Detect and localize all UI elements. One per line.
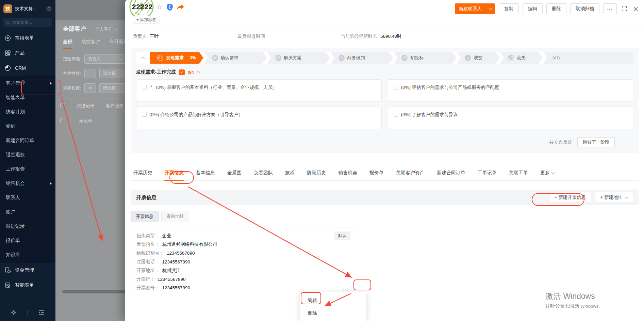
owner-value: 三叶: [150, 34, 159, 39]
sidebar-item-return-refund[interactable]: 退货退款: [0, 148, 55, 162]
checkbox[interactable]: [394, 85, 398, 90]
stage-label: 发现需求: [166, 55, 184, 61]
fund-icon: [5, 267, 11, 273]
chevron-down-icon: [551, 171, 555, 174]
subtab-invoice-info[interactable]: 开票信息: [131, 211, 159, 222]
stage-business-negotiation[interactable]: 04 商务谈判: [331, 52, 393, 64]
stage-label: 商务谈判: [347, 55, 365, 61]
tab-new-contract-order[interactable]: 新建合同订单: [436, 166, 466, 180]
sidebar-item-check-in[interactable]: 签到: [0, 119, 55, 133]
sidebar-item-label: 退货退款: [6, 152, 25, 158]
tab-basic-info[interactable]: 基本信息: [195, 166, 216, 180]
customer-meta-row: 负责人三叶 最后跟进时间 当前阶段停留时长5690.48时: [125, 29, 644, 43]
stage-solution[interactable]: 03 解决方案: [268, 52, 330, 64]
sidebar-item-products[interactable]: 产品: [0, 46, 55, 61]
sidebar-item-label: 新建合同订单: [6, 138, 34, 144]
menu-item-delete[interactable]: 删除: [300, 307, 366, 319]
sidebar-item-sales-opportunity[interactable]: 销售机会: [0, 176, 55, 191]
list-tab-today[interactable]: 今日新增: [109, 39, 125, 49]
horizontal-scrollbar[interactable]: [62, 290, 125, 293]
sidebar-item-quotation[interactable]: 报价单: [0, 234, 55, 248]
list-tab-closed[interactable]: 成交客户: [81, 39, 100, 49]
tab-work-order-records[interactable]: 工单记录: [477, 166, 497, 180]
sidebar-item-follow-records[interactable]: 跟进记录: [0, 219, 55, 234]
stage-won[interactable]: ✓ 成交: [457, 52, 499, 64]
sidebar-item-label: 跟进记录: [6, 223, 25, 229]
sidebar-item-new-contract-order[interactable]: 新建合同订单: [0, 133, 55, 148]
checklist-item-match-evaluation[interactable]: (0%) 评估客户的需求与公司产品或服务的匹配度: [388, 79, 633, 102]
stage-discover-demand[interactable]: 01 发现需求 3%: [150, 52, 203, 64]
new-invoice-info-button[interactable]: + 新建开票信息: [549, 192, 592, 203]
sidebar-item-visitor-plan[interactable]: 访客计划: [0, 105, 55, 119]
filter-nature-operator[interactable]: =: [84, 69, 96, 78]
field-label: 开票地址：: [136, 268, 160, 274]
copy-button[interactable]: 复制: [499, 3, 519, 14]
unarchive-button[interactable]: 取消归档: [570, 3, 599, 14]
gear-icon[interactable]: [11, 309, 17, 316]
subtab-shipping-address[interactable]: 寄送地址: [161, 211, 189, 222]
sidebar-item-work-report[interactable]: 工作报告: [0, 162, 55, 176]
checklist-item-understand-objection[interactable]: (0%) 了解客户的需求与异议: [388, 107, 633, 129]
sidebar-item-accounts[interactable]: 账户: [0, 205, 55, 219]
tab-related-work-orders[interactable]: 关联工单: [508, 166, 529, 180]
stage-bidding[interactable]: 05 招投标: [394, 52, 456, 64]
select-all-checkbox[interactable]: [60, 103, 65, 108]
star-favorite-icon[interactable]: ☆: [156, 3, 162, 11]
tab-related-assets[interactable]: 关联客户资产: [395, 166, 425, 180]
checkbox[interactable]: [142, 112, 147, 117]
more-actions-button[interactable]: ···: [603, 3, 617, 14]
close-icon[interactable]: [632, 5, 639, 13]
sidebar-item-fund-management[interactable]: 资金管理: [0, 263, 55, 278]
workspace-logo[interactable]: 技: [3, 4, 12, 13]
checklist-item-basic-info[interactable]: * (0%) 掌握客户的基本资料（行业、背景、企业规模、人员）: [136, 79, 382, 102]
tab-invoice-history[interactable]: 开票历史: [133, 166, 153, 180]
tab-more[interactable]: 更多: [540, 166, 555, 180]
tab-quotation[interactable]: 报价单: [369, 166, 384, 180]
customer-type-dropdown[interactable]: 个人客户: [95, 26, 117, 32]
sidebar-item-crm[interactable]: CRM: [0, 61, 55, 76]
chevron-up-icon[interactable]: [196, 71, 200, 75]
feedback-count-link[interactable]: 共 0 条反馈: [549, 139, 572, 145]
add-tag-button[interactable]: + 添加标签: [133, 16, 160, 24]
delete-button[interactable]: 删除: [546, 3, 566, 14]
checkbox[interactable]: [142, 85, 147, 90]
sidebar-item-smart-forms-2[interactable]: 智能表单: [0, 278, 55, 293]
list-tab-all[interactable]: 全部: [63, 39, 72, 49]
new-contact-button[interactable]: 新建联系人: [455, 3, 495, 14]
filter-importance-operator[interactable]: =: [84, 83, 96, 93]
tab-stage-history[interactable]: 阶段历史: [306, 166, 327, 180]
menu-item-edit[interactable]: 编辑: [300, 294, 366, 307]
workspace-switch-icon[interactable]: [46, 6, 52, 12]
collapse-sidebar-icon[interactable]: [38, 310, 45, 315]
tab-sales-opportunity[interactable]: 销售机会: [337, 166, 358, 180]
stage-confirm-demand[interactable]: 02 确认需求: [204, 52, 267, 64]
collapse-stages-button[interactable]: [136, 52, 150, 64]
tab-invoice-info[interactable]: 开票信息: [164, 166, 184, 180]
tab-team[interactable]: 负责团队: [253, 166, 274, 180]
next-stage-button[interactable]: 跳转下一阶段: [577, 137, 615, 147]
tab-journey[interactable]: 旅程: [284, 166, 295, 180]
filter-scope-select[interactable]: 负责人: [84, 54, 125, 64]
new-address-button[interactable]: + 新建地址: [595, 192, 633, 203]
table-row[interactable]: 无记录: [55, 113, 125, 128]
sidebar-item-common-forms[interactable]: 常用表单: [0, 31, 55, 46]
edit-button[interactable]: 编辑: [523, 3, 543, 14]
search-input[interactable]: 搜索菜单...: [3, 18, 52, 27]
share-forward-icon[interactable]: [176, 3, 185, 11]
sidebar-item-smart-forms[interactable]: 智能表单: [0, 91, 55, 105]
checkbox[interactable]: [394, 112, 398, 117]
sidebar-item-knowledge-base[interactable]: 知识库: [0, 248, 55, 262]
field-value: 12345567890: [162, 259, 191, 264]
filter-importance-select[interactable]: 请选择: [99, 83, 125, 93]
tab-panorama[interactable]: 全景图: [227, 166, 242, 180]
sidebar-item-contacts[interactable]: 联系人: [0, 191, 55, 205]
row-checkbox[interactable]: [60, 118, 65, 123]
sidebar-item-customer-management[interactable]: 客户管理: [0, 76, 55, 91]
fullscreen-icon[interactable]: [621, 5, 628, 13]
workspace-name[interactable]: 技术支持...: [15, 6, 43, 12]
filter-importance-value: 请选择: [103, 85, 116, 91]
filter-nature-select[interactable]: 请选择: [99, 69, 125, 78]
stage-lost[interactable]: 流失: [500, 52, 543, 64]
last-follow-label: 最后跟进时间: [237, 34, 265, 39]
checklist-item-introduce-solution[interactable]: (0%) 介绍公司的产品与解决方案（引导客户）: [136, 107, 382, 129]
